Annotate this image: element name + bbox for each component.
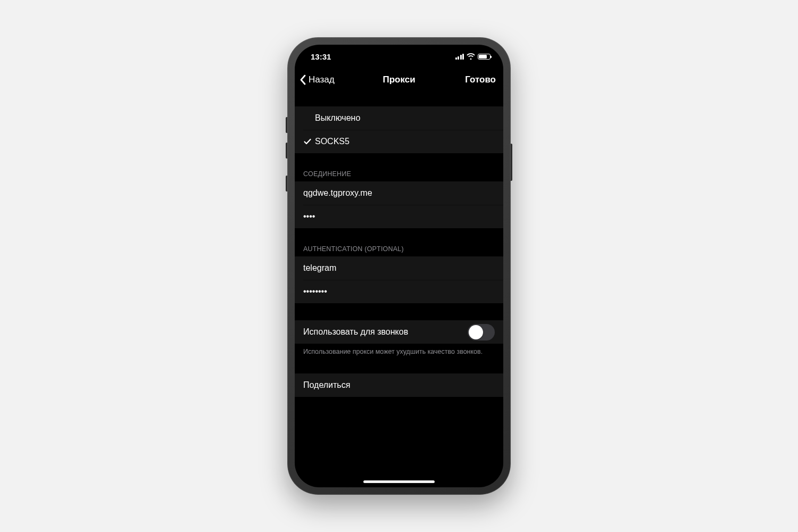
- back-label: Назад: [309, 74, 335, 85]
- port-cell[interactable]: [295, 205, 503, 228]
- auth-group: AUTHENTICATION (OPTIONAL): [295, 245, 503, 303]
- home-indicator[interactable]: [363, 480, 435, 483]
- back-button[interactable]: Назад: [300, 74, 335, 85]
- status-time: 13:31: [311, 52, 331, 61]
- use-for-calls-label: Использовать для звонков: [303, 327, 468, 337]
- use-for-calls-cell[interactable]: Использовать для звонков: [295, 320, 503, 344]
- screen: 13:31 Назад Прокси Г: [295, 45, 503, 487]
- content: Выключено SOCKS5 СОЕДИНЕНИЕ: [295, 106, 503, 397]
- calls-group: Использовать для звонков Использование п…: [295, 320, 503, 356]
- done-button[interactable]: Готово: [465, 74, 498, 85]
- server-cell[interactable]: [295, 181, 503, 205]
- server-input[interactable]: [303, 188, 495, 198]
- nav-bar: Назад Прокси Готово: [295, 68, 503, 92]
- status-right: [455, 53, 491, 60]
- proxy-type-socks5[interactable]: SOCKS5: [295, 130, 503, 153]
- proxy-type-disabled[interactable]: Выключено: [295, 106, 503, 130]
- connection-group: СОЕДИНЕНИЕ: [295, 170, 503, 228]
- password-cell[interactable]: [295, 280, 503, 303]
- cellular-icon: [455, 54, 464, 60]
- battery-icon: [478, 54, 491, 60]
- username-input[interactable]: [303, 263, 495, 273]
- device-frame: 13:31 Назад Прокси Г: [287, 37, 511, 495]
- calls-note: Использование прокси может ухудшить каче…: [295, 344, 503, 356]
- port-input[interactable]: [303, 212, 495, 221]
- password-input[interactable]: [303, 287, 495, 296]
- proxy-type-group: Выключено SOCKS5: [295, 106, 503, 153]
- notch: [351, 45, 447, 60]
- connection-header: СОЕДИНЕНИЕ: [295, 170, 503, 181]
- proxy-disabled-label: Выключено: [315, 113, 495, 123]
- checkmark-icon: [303, 137, 315, 146]
- wifi-icon: [467, 53, 475, 60]
- auth-header: AUTHENTICATION (OPTIONAL): [295, 245, 503, 256]
- switch-knob: [469, 325, 483, 339]
- share-label: Поделиться: [303, 380, 495, 390]
- share-button[interactable]: Поделиться: [295, 373, 503, 397]
- chevron-left-icon: [300, 74, 306, 85]
- username-cell[interactable]: [295, 256, 503, 280]
- share-group: Поделиться: [295, 373, 503, 397]
- page-title: Прокси: [383, 74, 415, 85]
- proxy-socks5-label: SOCKS5: [315, 137, 495, 146]
- use-for-calls-toggle[interactable]: [468, 324, 495, 340]
